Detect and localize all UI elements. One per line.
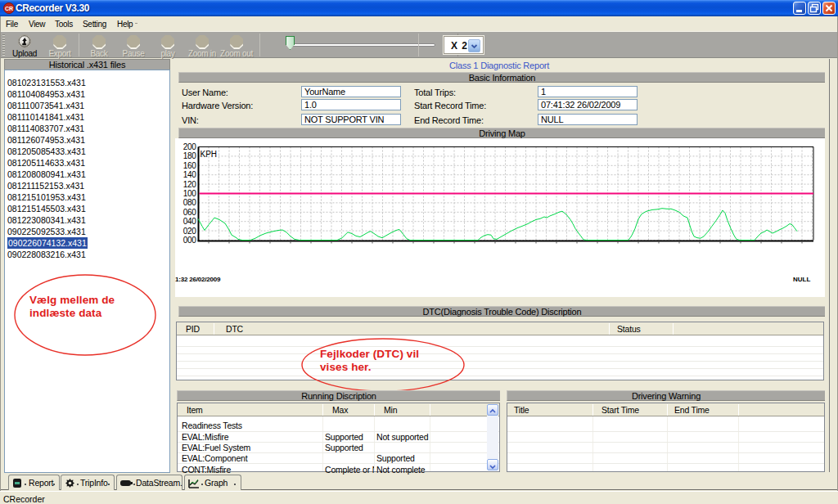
svg-text:060: 060 (183, 208, 197, 217)
svg-text:CR: CR (5, 6, 13, 11)
svg-text:100: 100 (183, 189, 197, 198)
svg-text:140: 140 (183, 170, 197, 179)
svg-text:200: 200 (183, 142, 197, 151)
svg-text:040: 040 (183, 217, 197, 226)
svg-text:120: 120 (183, 180, 197, 189)
svg-text:180: 180 (183, 151, 197, 160)
svg-text:020: 020 (183, 227, 197, 236)
svg-text:080: 080 (183, 198, 197, 207)
svg-text:KPH: KPH (200, 150, 218, 159)
svg-text:160: 160 (183, 161, 197, 170)
svg-text:000: 000 (183, 236, 197, 245)
